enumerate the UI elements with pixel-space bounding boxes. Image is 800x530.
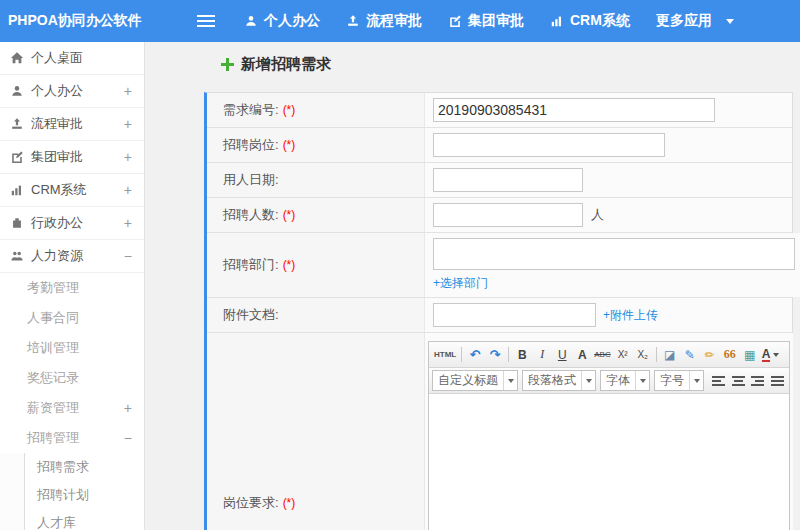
upload-attachment-link[interactable]: +附件上传 [603,307,658,324]
page-title: 新增招聘需求 [221,55,331,74]
form-row-dept: 招聘部门: (*) +选择部门 [207,233,792,298]
font-family-select[interactable]: 字体 [600,370,650,391]
undo-icon[interactable]: ↶ [465,345,485,365]
collapse-toggle[interactable]: − [124,430,132,446]
hamburger-menu-icon[interactable] [197,12,215,30]
expand-toggle[interactable]: + [124,400,132,416]
count-input[interactable] [433,203,583,227]
editor-content-area[interactable] [429,394,789,530]
edit-icon [10,150,24,164]
topbar: PHPOA协同办公软件 个人办公 流程审批 集团审批 CRM系统 更多应用 [0,0,800,42]
count-label: 招聘人数: (*) [207,198,425,232]
sidebar-subitem-recruit-demand[interactable]: 招聘需求 [24,453,144,481]
dept-label: 招聘部门: (*) [207,233,425,297]
rich-text-editor: HTML ↶ ↷ B I U A ABC X² [428,341,790,530]
blockquote-icon[interactable]: 66 [720,345,740,365]
demand-no-label: 需求编号: (*) [207,93,425,127]
redo-icon[interactable]: ↷ [485,345,505,365]
toolbar-separator [508,347,509,362]
font-size-select[interactable]: 字号 [654,370,704,391]
sidebar-item-personal-desktop[interactable]: 个人桌面 [0,42,144,75]
chevron-down-icon [581,371,595,390]
count-unit-label: 人 [591,206,604,224]
sidebar-subitem-salary[interactable]: 薪资管理 + [0,393,144,423]
collapse-toggle[interactable]: − [124,248,132,264]
sidebar-subitem-rewards[interactable]: 奖惩记录 [0,363,144,393]
italic-button[interactable]: I [532,345,552,365]
nav-crm-system[interactable]: CRM系统 [537,0,643,42]
demand-no-input[interactable] [433,98,715,122]
align-left-icon[interactable] [710,371,728,391]
attachment-label: 附件文档: [207,298,425,332]
bar-chart-icon [10,183,24,197]
subscript-button[interactable]: X₂ [633,345,653,365]
app-window: PHPOA协同办公软件 个人办公 流程审批 集团审批 CRM系统 更多应用 [0,0,800,530]
add-icon [221,58,234,71]
form-row-date: 用人日期: [207,163,792,198]
sidebar-item-personal-office[interactable]: 个人办公 + [0,75,144,108]
select-dept-link[interactable]: +选择部门 [433,275,488,292]
bar-chart-icon [550,14,564,28]
nav-more-apps[interactable]: 更多应用 [643,0,747,42]
sidebar-subitem-attendance[interactable]: 考勤管理 [0,273,144,303]
form-row-position: 招聘岗位: (*) [207,128,792,163]
expand-toggle[interactable]: + [124,83,132,99]
chevron-down-icon [635,371,649,390]
align-center-icon[interactable] [730,371,748,391]
nav-personal-office[interactable]: 个人办公 [231,0,333,42]
chevron-down-icon [503,371,517,390]
sidebar: 个人桌面 个人办公 + 流程审批 + 集团审批 + CRM系统 + [0,42,145,530]
editor-toolbar-row1: HTML ↶ ↷ B I U A ABC X² [429,342,789,368]
sidebar-item-process-approval[interactable]: 流程审批 + [0,108,144,141]
sidebar-item-group-approval[interactable]: 集团审批 + [0,141,144,174]
position-input[interactable] [433,133,665,157]
date-input[interactable] [433,168,583,192]
required-mark: (*) [283,208,296,222]
strikethrough-button[interactable]: ABC [592,345,612,365]
sidebar-item-admin-office[interactable]: 行政办公 + [0,207,144,240]
bold-button[interactable]: B [512,345,532,365]
nav-process-approval[interactable]: 流程审批 [333,0,435,42]
expand-toggle[interactable]: + [124,182,132,198]
home-icon [10,51,24,65]
align-justify-icon[interactable] [769,371,787,391]
sidebar-subitem-training[interactable]: 培训管理 [0,333,144,363]
format-painter-icon[interactable]: ✎ [680,345,700,365]
html-source-button[interactable]: HTML [432,345,458,365]
requirement-label: 岗位要求: (*) [207,333,425,530]
toolbar-separator [656,347,657,362]
sidebar-item-crm[interactable]: CRM系统 + [0,174,144,207]
required-mark: (*) [283,496,296,510]
sidebar-subitem-recruit-mgmt[interactable]: 招聘管理 − [0,423,144,453]
form-row-requirement: 岗位要求: (*) HTML ↶ ↷ B I [207,333,792,530]
highlight-pen-icon[interactable]: ✏ [700,345,720,365]
sidebar-item-hr[interactable]: 人力资源 − [0,240,144,273]
expand-toggle[interactable]: + [124,116,132,132]
expand-toggle[interactable]: + [124,149,132,165]
chevron-down-icon [689,371,703,390]
form-row-demand-no: 需求编号: (*) [207,93,792,128]
paragraph-format-select[interactable]: 段落格式 [522,370,596,391]
sidebar-subitem-hr-contract[interactable]: 人事合同 [0,303,144,333]
underline-button[interactable]: U [552,345,572,365]
required-mark: (*) [283,138,296,152]
table-icon[interactable]: ▦ [740,345,760,365]
position-label: 招聘岗位: (*) [207,128,425,162]
sidebar-subitem-recruit-plan[interactable]: 招聘计划 [24,481,144,509]
font-color-button[interactable]: A [760,345,782,365]
custom-title-select[interactable]: 自定义标题 [432,370,518,391]
people-icon [10,249,24,263]
app-logo: PHPOA协同办公软件 [0,12,145,30]
superscript-button[interactable]: X² [613,345,633,365]
sidebar-subitem-talent-pool[interactable]: 人才库 [24,509,144,530]
form-row-count: 招聘人数: (*) 人 [207,198,792,233]
nav-group-approval[interactable]: 集团审批 [435,0,537,42]
user-icon [10,84,24,98]
eraser-icon[interactable]: ◪ [660,345,680,365]
align-right-icon[interactable] [749,371,767,391]
dept-textarea[interactable] [433,238,795,270]
attachment-input[interactable] [433,303,596,327]
upload-icon [10,117,24,131]
expand-toggle[interactable]: + [124,215,132,231]
font-button[interactable]: A [572,345,592,365]
